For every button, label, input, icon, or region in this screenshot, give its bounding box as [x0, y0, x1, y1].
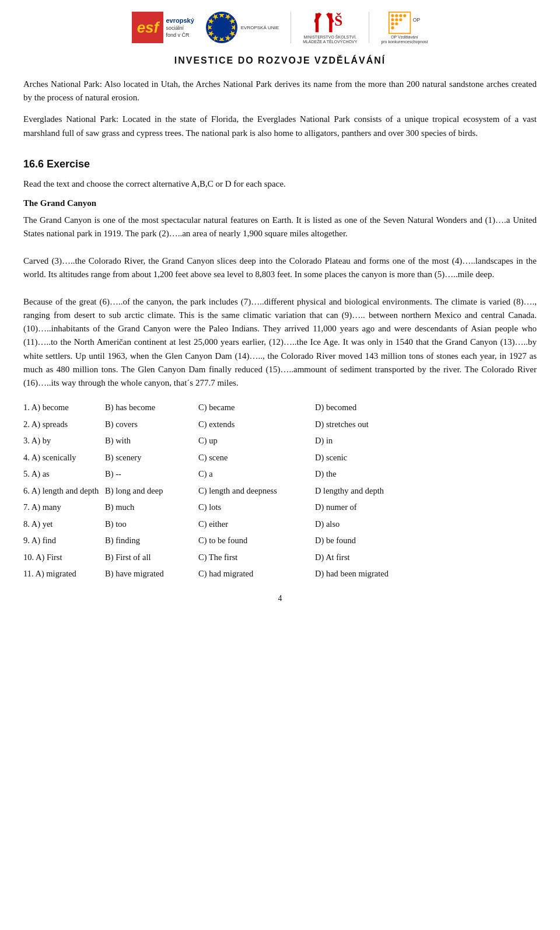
- svg-point-26: [391, 22, 394, 25]
- esf-logo: esf evropský sociální fond v ČR: [132, 12, 194, 43]
- svg-point-28: [391, 26, 394, 29]
- page-number: 4: [23, 594, 537, 603]
- svg-rect-16: [329, 13, 332, 32]
- answer-d: D) had been migrated: [315, 565, 537, 582]
- eu-text: EVROPSKÁ UNIE: [241, 25, 279, 30]
- op-icon: OP: [388, 11, 420, 35]
- svg-text:OP: OP: [413, 17, 420, 23]
- svg-point-19: [391, 14, 394, 17]
- answer-b: B) long and deep: [105, 483, 198, 499]
- answer-d: D) At first: [315, 549, 537, 565]
- esf-text: evropský sociální fond v ČR: [166, 16, 194, 39]
- logo-divider-1: [290, 12, 291, 43]
- answer-row: 9. A) find B) finding C) to be found D) …: [23, 532, 537, 548]
- answer-row: 7. A) many B) much C) lots D) numer of: [23, 499, 537, 515]
- header-logos: esf evropský sociální fond v ČR: [23, 0, 537, 50]
- text-title: The Grand Canyon: [23, 197, 537, 210]
- answer-num: 3. A) by: [23, 432, 105, 449]
- svg-point-21: [400, 14, 402, 17]
- answer-row: 8. A) yet B) too C) either D) also: [23, 516, 537, 532]
- answer-row: 6. A) length and depth B) long and deep …: [23, 483, 537, 499]
- answer-b: B) with: [105, 432, 198, 449]
- svg-point-22: [404, 14, 407, 17]
- answer-d: D) in: [315, 432, 537, 449]
- msmt-icon: Š: [314, 11, 346, 35]
- exercise-instruction: Read the text and choose the correct alt…: [23, 177, 537, 191]
- svg-point-27: [396, 22, 398, 25]
- answer-num: 9. A) find: [23, 532, 105, 548]
- svg-text:Š: Š: [334, 13, 342, 29]
- msmt-text: MINISTERSTVO ŠKOLSTVÍ, MLÁDEŽE A TĚLOVÝC…: [303, 35, 357, 45]
- answer-b: B) much: [105, 499, 198, 515]
- eu-stars-icon: [206, 12, 237, 43]
- answer-num: 10. A) First: [23, 549, 105, 565]
- answer-d: D) be found: [315, 532, 537, 548]
- main-content: Arches National Park: Also located in Ut…: [23, 78, 537, 582]
- answer-c: C) lots: [198, 499, 315, 515]
- section-title: 16.6 Exercise: [23, 156, 537, 173]
- svg-point-20: [396, 14, 398, 17]
- op-text: OP Vzdělávání pro konkurenceschopnost: [381, 35, 428, 45]
- answer-d: D) the: [315, 466, 537, 482]
- answer-c: C) scene: [198, 449, 315, 466]
- answer-c: C) either: [198, 516, 315, 532]
- arches-paragraph: Arches National Park: Also located in Ut…: [23, 78, 537, 105]
- answer-b: B) finding: [105, 532, 198, 548]
- answer-num: 4. A) scenically: [23, 449, 105, 466]
- answer-b: B) have migrated: [105, 565, 198, 582]
- answer-c: C) a: [198, 466, 315, 482]
- answer-num: 6. A) length and depth: [23, 483, 105, 499]
- exercise-body: The Grand Canyon is one of the most spec…: [23, 214, 537, 390]
- answer-c: C) became: [198, 399, 315, 415]
- answer-b: B) --: [105, 466, 198, 482]
- svg-point-24: [396, 18, 398, 21]
- answer-d: D) numer of: [315, 499, 537, 515]
- investice-title: INVESTICE DO ROZVOJE VZDĚLÁVÁNÍ: [23, 55, 537, 66]
- answer-row: 11. A) migrated B) have migrated C) had …: [23, 565, 537, 582]
- svg-point-25: [400, 18, 402, 21]
- svg-point-0: [208, 14, 235, 41]
- answer-b: B) too: [105, 516, 198, 532]
- svg-point-23: [391, 18, 394, 21]
- answer-row: 4. A) scenically B) scenery C) scene D) …: [23, 449, 537, 466]
- answer-num: 2. A) spreads: [23, 416, 105, 432]
- answer-b: B) First of all: [105, 549, 198, 565]
- answer-num: 11. A) migrated: [23, 565, 105, 582]
- answer-num: 7. A) many: [23, 499, 105, 515]
- answer-b: B) scenery: [105, 449, 198, 466]
- esf-icon: esf: [132, 12, 163, 43]
- answer-d: D) becomed: [315, 399, 537, 415]
- answer-d: D) also: [315, 516, 537, 532]
- answer-c: C) up: [198, 432, 315, 449]
- answer-row: 1. A) become B) has become C) became D) …: [23, 399, 537, 415]
- msmt-logo: Š MINISTERSTVO ŠKOLSTVÍ, MLÁDEŽE A TĚLOV…: [303, 11, 357, 45]
- answer-row: 10. A) First B) First of all C) The firs…: [23, 549, 537, 565]
- answer-c: C) had migrated: [198, 565, 315, 582]
- answer-c: C) extends: [198, 416, 315, 432]
- answer-c: C) length and deepness: [198, 483, 315, 499]
- everglades-paragraph: Everglades National Park: Located in the…: [23, 113, 537, 140]
- answer-num: 8. A) yet: [23, 516, 105, 532]
- answer-c: C) The first: [198, 549, 315, 565]
- answer-row: 3. A) by B) with C) up D) in: [23, 432, 537, 449]
- answer-d: D) scenic: [315, 449, 537, 466]
- answer-c: C) to be found: [198, 532, 315, 548]
- answer-b: B) covers: [105, 416, 198, 432]
- answer-d: D) stretches out: [315, 416, 537, 432]
- answer-num: 1. A) become: [23, 399, 105, 415]
- logo-divider-2: [369, 12, 369, 43]
- op-logo: OP OP Vzdělávání pro konkurenceschopnost: [381, 11, 428, 45]
- answer-row: 5. A) as B) -- C) a D) the: [23, 466, 537, 482]
- answer-num: 5. A) as: [23, 466, 105, 482]
- eu-logo-box: EVROPSKÁ UNIE: [206, 12, 279, 43]
- answer-b: B) has become: [105, 399, 198, 415]
- answer-table: 1. A) become B) has become C) became D) …: [23, 399, 537, 582]
- answer-row: 2. A) spreads B) covers C) extends D) st…: [23, 416, 537, 432]
- answer-d: D lengthy and depth: [315, 483, 537, 499]
